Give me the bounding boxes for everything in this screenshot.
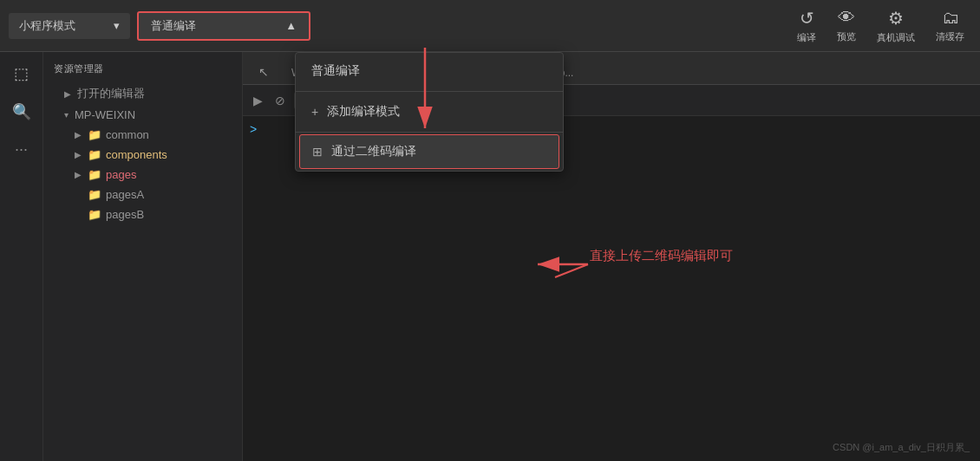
device-btn[interactable]: ⚙ 真机调试 [870, 4, 922, 48]
list-item-mp-weixin[interactable]: ▾ MP-WEIXIN [43, 105, 242, 125]
sidebar-icon-search[interactable]: 🔍 [9, 99, 35, 125]
list-item-common[interactable]: ▶ 📁 common [43, 125, 242, 145]
qr-icon: ⊞ [312, 145, 323, 159]
compile-btn-label: 编译 [797, 31, 816, 44]
list-item-pages[interactable]: ▶ 📁 pages [43, 165, 242, 185]
preview-icon: 👁 [838, 8, 855, 28]
arrow-icon: ▶ [75, 130, 82, 140]
sidebar-icon-more[interactable]: ··· [11, 137, 31, 162]
device-icon: ⚙ [888, 8, 904, 29]
mode-arrow: ▾ [114, 19, 120, 32]
dropdown-divider [296, 91, 563, 92]
compile-label: 普通编译 [151, 18, 196, 34]
explorer-title: 资源管理器 [43, 59, 242, 82]
clear-btn[interactable]: 🗂 清缓存 [929, 4, 971, 47]
dropdown-menu: 普通编译 + 添加编译模式 ⊞ 通过二维码编译 [295, 52, 564, 172]
compile-icon: ↺ [800, 8, 814, 29]
file-explorer: 资源管理器 ▶ 打开的编辑器 ▾ MP-WEIXIN ▶ 📁 common ▶ … [43, 52, 243, 461]
dropdown-item-qr[interactable]: ⊞ 通过二维码编译 [299, 134, 559, 169]
clear-btn-label: 清缓存 [936, 30, 964, 43]
dropdown-item-qr-label: 通过二维码编译 [331, 144, 416, 159]
list-item-pagesB[interactable]: ▶ 📁 pagesB [43, 205, 242, 224]
top-toolbar: 小程序模式 ▾ 普通编译 ▲ ↺ 编译 👁 预览 ⚙ 真机调试 🗂 清缓存 [0, 0, 980, 52]
clear-icon: 🗂 [942, 8, 959, 28]
console-prompt[interactable]: > [250, 122, 257, 136]
add-icon: + [311, 105, 318, 119]
compile-btn[interactable]: ↺ 编译 [790, 4, 823, 48]
dropdown-item-add[interactable]: + 添加编译模式 [296, 94, 563, 130]
sidebar-icon-files[interactable]: ⬚ [10, 61, 32, 87]
preview-btn-label: 预览 [837, 30, 856, 43]
mode-selector[interactable]: 小程序模式 ▾ [9, 13, 130, 39]
credit-text: CSDN @i_am_a_div_日积月累_ [833, 441, 970, 454]
sidebar-icons: ⬚ 🔍 ··· [0, 52, 43, 461]
compile-arrow: ▲ [285, 19, 297, 32]
arrow-icon: ▶ [75, 150, 82, 159]
dropdown-item-normal[interactable]: 普通编译 [296, 53, 563, 89]
device-btn-label: 真机调试 [877, 31, 915, 44]
dropdown-item-normal-label: 普通编译 [311, 63, 360, 79]
compile-selector[interactable]: 普通编译 ▲ [137, 11, 310, 41]
arrow-icon: ▶ [75, 170, 82, 179]
mode-label: 小程序模式 [19, 18, 75, 34]
dropdown-item-add-label: 添加编译模式 [327, 104, 400, 120]
arrow-icon: ▶ [64, 89, 71, 99]
preview-btn[interactable]: 👁 预览 [830, 4, 863, 47]
list-item-open-editors[interactable]: ▶ 打开的编辑器 [43, 82, 242, 105]
arrow-icon: ▾ [64, 110, 69, 120]
stop-btn[interactable]: ⊘ [271, 91, 289, 110]
dropdown-divider2 [296, 132, 563, 133]
tab-cursor[interactable]: ↖ [250, 60, 278, 84]
list-item-pagesA[interactable]: ▶ 📁 pagesA [43, 185, 242, 205]
play-btn[interactable]: ▶ [250, 91, 266, 110]
list-item-components[interactable]: ▶ 📁 components [43, 145, 242, 165]
